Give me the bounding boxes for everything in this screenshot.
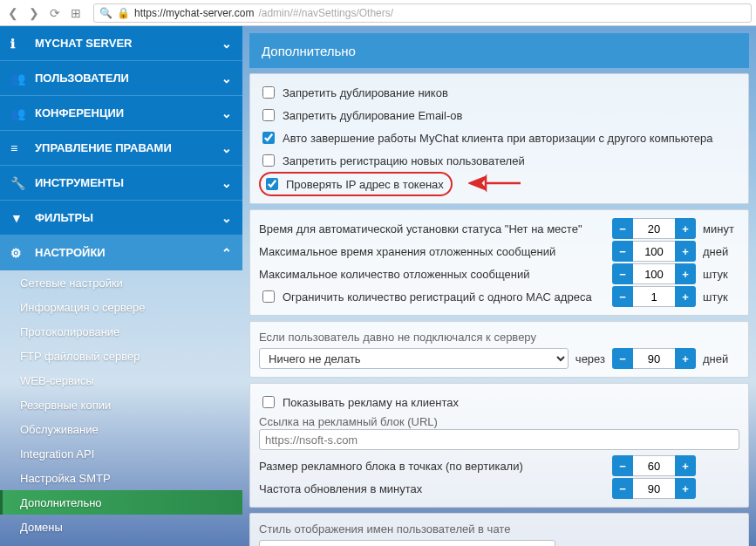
nav-apps-icon[interactable]: ⊞ (67, 4, 85, 22)
ad-url-label: Ссылка на рекламный блок (URL) (259, 415, 739, 428)
subitem-logging[interactable]: Протоколирование (0, 319, 242, 344)
plus-button[interactable]: + (675, 348, 696, 369)
inactive-spinner: −+ (612, 348, 696, 369)
check-show-ad[interactable]: Показывать рекламу на клиентах (259, 393, 459, 411)
annotation-arrow-icon (468, 175, 521, 193)
subitem-web[interactable]: WEB-сервисы (0, 368, 242, 392)
minus-button[interactable]: − (612, 478, 633, 499)
ad-freq-value[interactable] (633, 478, 675, 499)
minus-button[interactable]: − (612, 455, 633, 476)
subitem-label: Информация о сервере (20, 301, 145, 314)
lock-icon: 🔒 (117, 7, 130, 19)
sidebar-item-conferences[interactable]: 👥КОНФЕРЕНЦИИ⌄ (0, 96, 242, 131)
check-noreg[interactable]: Запретить регистрацию новых пользователе… (259, 152, 525, 169)
offmsg-time-spinner: −+ (612, 241, 696, 262)
sidebar-item-users[interactable]: 👥ПОЛЬЗОВАТЕЛИ⌄ (0, 61, 242, 96)
minus-button[interactable]: − (612, 241, 633, 262)
subitem-integration[interactable]: Integration API (0, 441, 242, 466)
plus-button[interactable]: + (675, 263, 696, 284)
check-autologout[interactable]: Авто завершение работы MyChat клиента пр… (259, 129, 713, 147)
subitem-maintenance[interactable]: Обслуживание (0, 417, 242, 441)
subitem-serverinfo[interactable]: Информация о сервере (0, 295, 242, 319)
list-icon: ≡ (10, 141, 28, 155)
check-label: Авто завершение работы MyChat клиента пр… (283, 132, 713, 145)
away-unit: минут (703, 222, 739, 235)
offmsg-time-unit: дней (703, 245, 739, 258)
chevron-down-icon: ⌄ (221, 141, 232, 155)
sidebar-item-mychat-server[interactable]: ℹMYCHAT SERVER⌄ (0, 26, 242, 61)
plus-button[interactable]: + (675, 286, 696, 307)
sidebar-item-label: MYCHAT SERVER (35, 37, 132, 50)
panel-flags: Запретить дублирование ников Запретить д… (249, 73, 749, 204)
ad-size-value[interactable] (633, 455, 675, 476)
sidebar-item-tools[interactable]: 🔧ИНСТРУМЕНТЫ⌄ (0, 166, 242, 201)
subitem-network[interactable]: Сетевые настройки (0, 270, 242, 295)
inactive-value[interactable] (633, 348, 675, 369)
gear-icon: ⚙ (10, 246, 28, 260)
panel-limits: Время для автоматической установки стату… (249, 209, 749, 316)
namestyle-select[interactable]: Александр Пушкин (259, 540, 555, 546)
subitem-others[interactable]: Дополнительно (0, 490, 242, 515)
check-checkip[interactable]: Проверять IP адрес в токенах (262, 175, 444, 193)
away-label: Время для автоматической установки стату… (259, 222, 605, 235)
check-autologout-input[interactable] (262, 132, 275, 144)
sidebar-item-label: НАСТРОЙКИ (35, 246, 106, 259)
check-dup-email[interactable]: Запретить дублирование Email-ов (259, 106, 462, 124)
subitem-domains[interactable]: Домены (0, 515, 242, 539)
sidebar-item-filters[interactable]: ▼ФИЛЬТРЫ⌄ (0, 201, 242, 235)
sidebar-item-label: ФИЛЬТРЫ (35, 211, 93, 224)
inactive-unit: дней (703, 352, 739, 365)
sidebar-item-settings[interactable]: ⚙НАСТРОЙКИ⌃ (0, 235, 242, 270)
mac-unit: штук (703, 290, 739, 304)
check-noreg-input[interactable] (262, 154, 275, 167)
check-show-ad-input[interactable] (262, 396, 275, 408)
check-mac-input[interactable] (262, 290, 275, 303)
nav-back-icon[interactable]: ❮ (4, 4, 22, 22)
inactive-select[interactable]: Ничего не делать (259, 348, 569, 369)
check-dup-nick-input[interactable] (262, 86, 275, 99)
subitem-backup[interactable]: Резервные копии (0, 392, 242, 417)
minus-button[interactable]: − (612, 263, 633, 284)
sidebar-item-rights[interactable]: ≡УПРАВЛЕНИЕ ПРАВАМИ⌄ (0, 131, 242, 166)
address-bar[interactable]: 🔍 🔒 https://mychat-server.com/admin/#/na… (93, 3, 752, 23)
check-checkip-input[interactable] (266, 178, 278, 190)
panel-ads: Показывать рекламу на клиентах Ссылка на… (249, 383, 749, 508)
chevron-down-icon: ⌄ (221, 72, 232, 85)
plus-button[interactable]: + (675, 241, 696, 262)
url-host: https://mychat-server.com (134, 7, 254, 19)
subitem-label: Настройка SMTP (20, 472, 111, 485)
panel-inactive: Если пользователь давно не подключался к… (249, 321, 749, 378)
minus-button[interactable]: − (612, 286, 633, 307)
mac-value[interactable] (633, 286, 675, 307)
subitem-smtp[interactable]: Настройка SMTP (0, 466, 242, 490)
offmsg-time-value[interactable] (633, 241, 675, 262)
mac-spinner: −+ (612, 286, 696, 307)
check-label: Запретить дублирование ников (283, 86, 448, 99)
subitem-ftp[interactable]: FTP файловый сервер (0, 344, 242, 368)
plus-button[interactable]: + (675, 478, 696, 499)
ad-size-spinner: −+ (612, 455, 696, 476)
sidebar-item-label: ПОЛЬЗОВАТЕЛИ (35, 72, 129, 85)
check-mac[interactable]: Ограничить количество регистраций с одно… (259, 288, 605, 305)
plus-button[interactable]: + (675, 455, 696, 476)
group-icon: 👥 (10, 106, 28, 120)
chevron-down-icon: ⌄ (221, 211, 232, 225)
minus-button[interactable]: − (612, 218, 633, 239)
offmsg-cnt-spinner: −+ (612, 263, 696, 284)
nav-reload-icon[interactable]: ⟳ (46, 4, 64, 22)
ad-url-input[interactable] (259, 429, 739, 450)
subitem-label: Integration API (20, 447, 94, 461)
highlight-checkip: Проверять IP адрес в токенах (259, 172, 453, 196)
offmsg-cnt-value[interactable] (633, 263, 675, 284)
nav-fwd-icon[interactable]: ❯ (25, 4, 43, 22)
away-value[interactable] (633, 218, 675, 239)
away-spinner: −+ (612, 218, 696, 239)
subitem-label: Протоколирование (20, 325, 119, 338)
subitem-label: Обслуживание (20, 423, 99, 436)
check-dup-nick[interactable]: Запретить дублирование ников (259, 84, 448, 101)
plus-button[interactable]: + (675, 218, 696, 239)
minus-button[interactable]: − (612, 348, 633, 369)
check-dup-email-input[interactable] (262, 109, 275, 121)
filter-icon: ▼ (10, 211, 28, 225)
sidebar-item-label: КОНФЕРЕНЦИИ (35, 106, 124, 119)
